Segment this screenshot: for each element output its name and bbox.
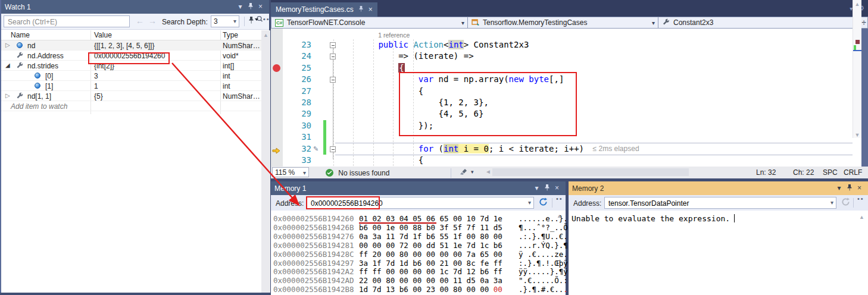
pin-icon[interactable] <box>245 0 255 14</box>
toolbar-overflow-icon[interactable]: •• <box>263 15 270 23</box>
watch-row[interactable]: [0]3int <box>1 71 261 81</box>
watch-value[interactable]: 3 <box>94 72 98 80</box>
scroll-up-icon[interactable]: ▲ <box>859 214 864 220</box>
type-dropdown[interactable]: Tensorflow.MemoryTestingCases ▾ <box>468 17 658 29</box>
close-icon[interactable]: × <box>854 181 864 195</box>
search-back-icon[interactable]: ← <box>136 16 144 26</box>
toolbar-overflow-icon[interactable]: •• <box>556 195 563 202</box>
watch-titlebar[interactable]: Watch 1 ▾ × <box>1 0 269 14</box>
outline-collapse-icon[interactable] <box>330 54 336 59</box>
watch-value[interactable]: 1 <box>94 82 98 90</box>
memory-address: 0x000002556B1942A2 <box>273 267 354 276</box>
watch-scrollbar[interactable]: ▲ <box>261 30 270 293</box>
memory-row: 0x000002556B19426001 02 03 04 05 06 65 0… <box>273 214 354 223</box>
window-position-icon[interactable]: ▾ <box>235 0 245 14</box>
codelens-references[interactable]: 1 reference <box>378 32 410 39</box>
search-depth-select[interactable]: 3▾ <box>211 15 239 27</box>
memory1-address-input[interactable]: 0x000002556B194260▾ <box>307 197 534 209</box>
watch-value[interactable]: {int[2]} <box>94 62 114 70</box>
column-header-value[interactable]: Value <box>94 31 112 39</box>
pin-icon[interactable] <box>542 181 552 195</box>
memory-bytes: 1d 7d 13 b6 00 23 00 80 00 00 00 <box>359 285 502 294</box>
watch-value[interactable]: {[[1, 2, 3], [4, 5, 6]]} <box>94 42 154 50</box>
memory-bytes: 0a 3a 11 7d 1f b6 55 1f 00 80 00 <box>359 232 502 241</box>
scroll-down-icon[interactable]: ▼ <box>853 130 861 138</box>
search-forward-icon[interactable]: → <box>148 16 157 26</box>
watch-type: NumShar… <box>223 42 260 50</box>
watch-value[interactable]: 0x000002556b194260 <box>94 52 165 60</box>
close-icon[interactable]: × <box>552 181 562 195</box>
watch-row[interactable]: nd.Address0x000002556b194260void* <box>1 51 261 61</box>
search-input[interactable]: Search (Ctrl+E) <box>4 15 130 27</box>
status-spaces: SPC <box>823 168 838 177</box>
hscroll-left-icon[interactable]: ◄ <box>485 168 491 175</box>
outline-collapse-icon[interactable] <box>330 146 336 152</box>
watch-row[interactable]: ◢nd.strides{int[2]}int[] <box>1 61 261 71</box>
window-position-icon[interactable]: ▾ <box>532 181 542 195</box>
tab-pin-icon[interactable] <box>358 5 364 14</box>
watch-row[interactable]: Add item to watch <box>1 101 261 111</box>
code-line: { <box>338 155 423 166</box>
broom-dropdown-caret[interactable]: ▾ <box>471 169 474 175</box>
close-icon[interactable]: × <box>255 0 266 14</box>
outline-collapse-icon[interactable] <box>330 77 336 83</box>
project-dropdown[interactable]: C# TensorFlowNET.Console ▾ <box>271 17 468 29</box>
line-number: 24 <box>283 51 311 61</box>
line-number: 32 <box>283 144 311 153</box>
column-header-name[interactable]: Name <box>11 31 30 39</box>
watch-grid-header[interactable]: Name Value Type <box>1 30 261 40</box>
memory1-titlebar[interactable]: Memory 1 ▾ × <box>271 181 566 195</box>
watch-row[interactable]: [1]1int <box>1 81 261 91</box>
scroll-up-icon[interactable]: ▲ <box>557 213 562 219</box>
collapsed-expander-icon[interactable]: ▷ <box>5 42 10 48</box>
watch-row[interactable]: ▷nd{[[1, 2, 3], [4, 5, 6]]}NumShar… <box>1 40 261 51</box>
watch-filter-pin-icon[interactable] <box>248 16 259 27</box>
watch-value[interactable]: {5} <box>94 92 103 101</box>
watch-name: nd.strides <box>27 62 58 70</box>
refresh-icon[interactable] <box>539 197 548 208</box>
column-header-type[interactable]: Type <box>223 31 238 39</box>
zoom-select[interactable]: 115 %▾ <box>272 167 309 177</box>
memory-ascii: ÿÿ.....}.¶ÿ <box>519 267 568 276</box>
collapsed-expander-icon[interactable]: ▷ <box>5 92 10 99</box>
csharp-project-icon: C# <box>275 19 283 27</box>
memory-address: 0x000002556B194260 <box>273 214 354 223</box>
code-cleanup-broom-icon[interactable] <box>459 168 469 178</box>
watch-row[interactable]: ▷nd[1, 1]{5}NumShar… <box>1 91 261 101</box>
watch-title: Watch 1 <box>5 3 235 11</box>
issues-indicator[interactable]: No issues found <box>326 168 389 177</box>
scroll-up-icon[interactable]: ▲ <box>853 0 861 7</box>
annotation-underline-bytes <box>359 222 436 224</box>
horizontal-scrollbar-thumb[interactable] <box>492 168 689 176</box>
member-dropdown[interactable]: Constant2x3 ▾ <box>658 17 860 29</box>
property-icon <box>16 52 23 61</box>
editor-navbar: C# TensorFlowNET.Console ▾ Tensorflow.Me… <box>271 17 868 29</box>
memory1-window: Memory 1 ▾ × Address: 0x000002556B194260… <box>271 181 566 295</box>
code-line: {1, 2, 3}, <box>338 97 489 108</box>
add-item-placeholder[interactable]: Add item to watch <box>11 102 67 111</box>
window-position-icon[interactable]: ▾ <box>834 181 844 195</box>
scroll-up-icon[interactable]: ▲ <box>261 30 270 38</box>
memory2-titlebar[interactable]: Memory 2 ▾ × <box>569 181 868 195</box>
code-line: }); <box>338 120 433 131</box>
outline-collapse-icon[interactable] <box>330 42 336 48</box>
editor-vertical-scrollbar[interactable]: ▲ ▼ <box>853 0 861 138</box>
pin-icon[interactable] <box>844 181 854 195</box>
watch-type: int <box>223 82 230 90</box>
memory-ascii: ".€.....Õ.: <box>519 276 568 285</box>
code-editor[interactable]: 231 reference public Action<int> Constan… <box>271 29 861 167</box>
tab-memorytestingcases[interactable]: MemoryTestingCases.cs × <box>271 2 377 17</box>
tab-close-icon[interactable]: × <box>369 5 373 14</box>
memory2-address-input[interactable]: tensor.TensorDataPointer▾ <box>604 197 836 209</box>
refresh-icon-disabled <box>841 197 850 208</box>
memory-row: 0x000002556B1942B81d 7d 13 b6 00 23 00 8… <box>273 285 354 294</box>
expanded-expander-icon[interactable]: ◢ <box>5 62 10 68</box>
memory-row: 0x000002556B19428Cff 20 00 80 00 00 00 0… <box>273 250 354 259</box>
memory-ascii: .:.}.¶U..€. <box>519 232 568 241</box>
memory-row: 0x000002556B19426Bb6 00 1e 00 88 b0 3f 5… <box>273 223 354 232</box>
memory-bytes: 3a 1f 7d 1d b6 00 21 00 8c fe ff <box>359 259 502 268</box>
memory-bytes: ff ff 00 00 00 00 1c 7d 12 b6 ff <box>359 267 502 276</box>
breakpoint-icon[interactable] <box>273 64 280 72</box>
line-number: 27 <box>283 86 311 96</box>
toolbar-overflow-icon[interactable]: •• <box>857 195 864 202</box>
